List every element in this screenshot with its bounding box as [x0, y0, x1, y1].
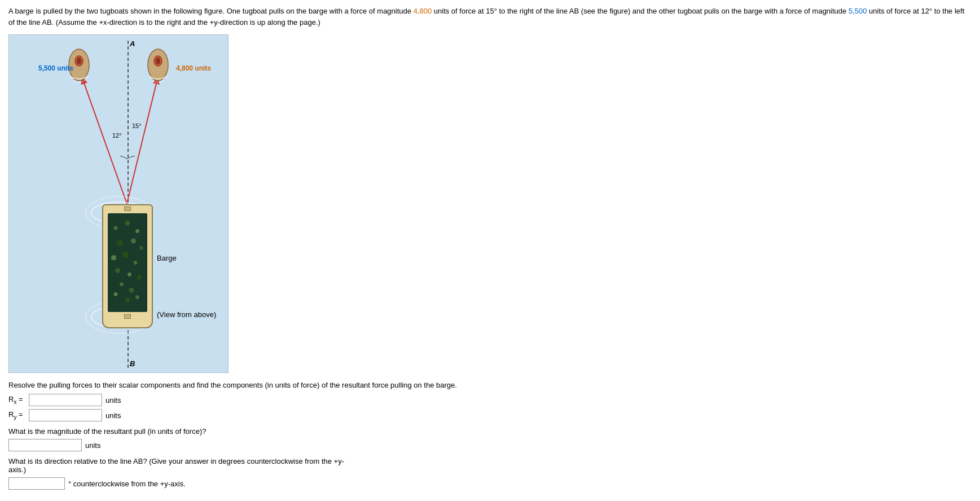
direction-suffix: ° counterclockwise from the +y-axis. [68, 480, 186, 488]
rx-label: Rx = [8, 395, 25, 405]
barge-bottom-notch [124, 314, 131, 319]
direction-input[interactable] [8, 477, 65, 490]
form-section: Resolve the pulling forces to their scal… [8, 381, 972, 490]
force2-highlight: 5,500 [849, 7, 867, 15]
angle-12-label: 12° [112, 132, 122, 139]
label-b: B [130, 359, 135, 368]
barge-top-notch [124, 206, 131, 211]
force1-highlight: 4,800 [414, 7, 432, 15]
svg-point-4 [77, 58, 81, 64]
view-label: (View from above) [157, 310, 216, 319]
rx-row: Rx = units [8, 394, 972, 406]
barge-inner [108, 213, 147, 312]
magnitude-row: units [8, 439, 972, 451]
magnitude-input[interactable] [8, 439, 82, 451]
rx-sub: x [14, 399, 16, 405]
svg-line-0 [82, 77, 127, 204]
rx-input[interactable] [29, 394, 102, 406]
ry-sub: y [14, 414, 16, 420]
label-4800-units: 4,800 units [176, 64, 211, 72]
figure-container: A B [8, 34, 228, 373]
problem-text: A barge is pulled by the two tugboats sh… [8, 6, 968, 28]
ry-row: Ry = units [8, 409, 972, 421]
resolve-text: Resolve the pulling forces to their scal… [8, 381, 516, 389]
barge-container [102, 204, 153, 328]
direction-row: ° counterclockwise from the +y-axis. [8, 477, 972, 490]
problem-intro: A barge is pulled by the two tugboats sh… [8, 7, 414, 15]
magnitude-question: What is the magnitude of the resultant p… [8, 427, 347, 436]
label-5500-units: 5,500 units [38, 64, 73, 72]
svg-line-1 [127, 77, 158, 204]
barge-outer [102, 204, 153, 328]
problem-mid: units of force at 15° to the right of th… [432, 7, 849, 15]
direction-question: What is its direction relative to the li… [8, 457, 347, 474]
angle-15-label: 15° [132, 122, 142, 129]
ry-units: units [106, 411, 121, 420]
label-a: A [130, 39, 135, 48]
ry-input[interactable] [29, 409, 102, 421]
svg-point-7 [156, 58, 160, 64]
tugboat-right [144, 45, 172, 85]
tugboat-right-svg [144, 45, 172, 85]
ry-label: Ry = [8, 410, 25, 420]
magnitude-units: units [85, 441, 100, 450]
barge-label: Barge [157, 254, 177, 262]
rx-units: units [106, 396, 121, 405]
